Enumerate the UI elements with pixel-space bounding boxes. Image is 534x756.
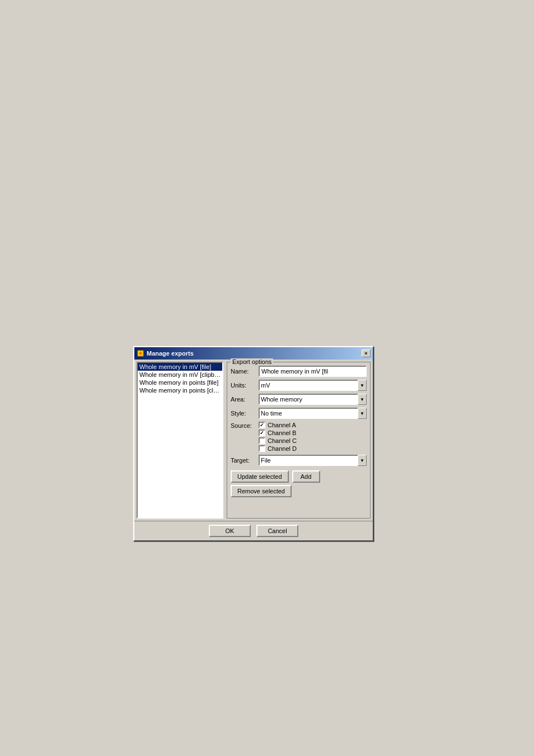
style-select-wrapper: No time With time ▼: [259, 408, 367, 419]
units-select[interactable]: mV V Points: [259, 380, 367, 391]
remove-selected-button[interactable]: Remove selected: [231, 485, 292, 497]
manage-exports-dialog: Manage exports × Whole memory in mV [fil…: [133, 346, 374, 542]
style-select[interactable]: No time With time: [259, 408, 367, 419]
list-item[interactable]: Whole memory in points [clipboard]: [138, 386, 222, 394]
name-input[interactable]: [259, 366, 367, 377]
source-row: Source: Channel A Channel B Channel C: [231, 422, 367, 452]
export-options-panel: Export options Name: Units: mV V Points …: [227, 362, 371, 519]
channel-c-checkbox[interactable]: [259, 437, 265, 444]
update-selected-button[interactable]: Update selected: [231, 470, 289, 483]
target-select[interactable]: File Clipboard: [259, 455, 367, 466]
dialog-title: Manage exports: [147, 350, 194, 357]
units-select-wrapper: mV V Points ▼: [259, 380, 367, 391]
style-row: Style: No time With time ▼: [231, 408, 367, 419]
name-row: Name:: [231, 366, 367, 377]
target-row: Target: File Clipboard ▼: [231, 455, 367, 466]
channel-a-row: Channel A: [259, 422, 297, 428]
area-select-wrapper: Whole memory Selection ▼: [259, 394, 367, 405]
cancel-button[interactable]: Cancel: [256, 525, 298, 537]
area-label: Area:: [231, 396, 259, 403]
target-label: Target:: [231, 457, 259, 464]
area-select[interactable]: Whole memory Selection: [259, 394, 367, 405]
channel-a-label: Channel A: [268, 422, 296, 428]
add-button[interactable]: Add: [292, 470, 320, 483]
remove-row: Remove selected: [231, 485, 367, 497]
channel-d-row: Channel D: [259, 445, 297, 452]
area-row: Area: Whole memory Selection ▼: [231, 394, 367, 405]
update-add-row: Update selected Add: [231, 470, 367, 483]
target-select-wrapper: File Clipboard ▼: [259, 455, 367, 466]
export-options-label: Export options: [231, 358, 273, 365]
list-item[interactable]: Whole memory in mV [file]: [138, 363, 222, 371]
channel-d-label: Channel D: [268, 445, 297, 452]
bottom-buttons: OK Cancel: [134, 521, 373, 540]
source-label: Source:: [231, 422, 259, 452]
units-row: Units: mV V Points ▼: [231, 380, 367, 391]
title-bar-left: Manage exports: [137, 349, 194, 357]
name-label: Name:: [231, 368, 259, 375]
channel-checkboxes: Channel A Channel B Channel C Channel D: [259, 422, 297, 452]
ok-button[interactable]: OK: [209, 525, 251, 537]
channel-c-label: Channel C: [268, 437, 297, 444]
units-label: Units:: [231, 382, 259, 389]
channel-b-label: Channel B: [268, 430, 296, 436]
app-icon: [137, 349, 144, 357]
channel-c-row: Channel C: [259, 437, 297, 444]
list-item[interactable]: Whole memory in points [file]: [138, 379, 222, 386]
style-label: Style:: [231, 410, 259, 417]
close-button[interactable]: ×: [362, 349, 371, 357]
list-item[interactable]: Whole memory in mV [clipboard]: [138, 371, 222, 379]
dialog-body: Whole memory in mV [file] Whole memory i…: [134, 360, 373, 521]
channel-d-checkbox[interactable]: [259, 445, 265, 452]
channel-b-row: Channel B: [259, 430, 297, 436]
exports-list[interactable]: Whole memory in mV [file] Whole memory i…: [137, 362, 223, 519]
channel-b-checkbox[interactable]: [259, 430, 265, 436]
title-bar: Manage exports ×: [134, 347, 373, 360]
channel-a-checkbox[interactable]: [259, 422, 265, 428]
